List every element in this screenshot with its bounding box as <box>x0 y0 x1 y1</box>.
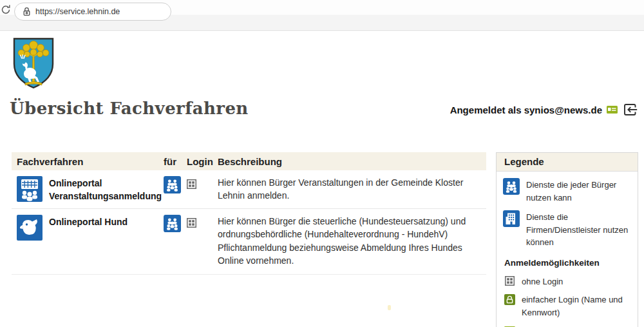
legend-item-companies: Dienste die Firmen/Dienstleister nutzen … <box>503 210 631 249</box>
address-bar[interactable]: https://service.lehnin.de <box>14 3 171 21</box>
legend-item-einfacher-login: einfacher Login (Name und Kennwort) <box>503 293 631 319</box>
page-title: Übersicht Fachverfahren <box>10 99 249 118</box>
simple-login-lock-icon <box>504 294 515 305</box>
companies-building-icon <box>503 210 520 227</box>
no-login-grid-icon <box>187 179 196 189</box>
url-text[interactable]: https://service.lehnin.de <box>35 7 120 16</box>
login-status: Angemeldet als synios@news.de <box>450 102 638 117</box>
col-login: Login <box>182 156 213 167</box>
legend-item-ohne-login: ohne Login <box>503 275 631 288</box>
table-bottom-rule <box>12 274 486 275</box>
no-login-grid-icon <box>187 218 196 228</box>
legend-item-label: ohne Login <box>522 275 563 288</box>
citizens-group-icon <box>164 176 181 193</box>
services-table: Fachverfahren für Login Beschreibung <box>12 152 486 275</box>
legend-item-personalausweis: elektronischer Personalausweis <box>503 324 631 327</box>
logout-icon[interactable] <box>622 102 638 117</box>
service-title[interactable]: Onlineportal Hund <box>49 215 128 229</box>
service-description: Hier können Bürger die steuerliche (Hund… <box>213 209 486 273</box>
dog-icon <box>17 215 43 241</box>
col-fuer: für <box>158 156 182 167</box>
no-login-grid-icon <box>504 276 515 286</box>
legend-item-citizens: Dienste die jeder Bürger nutzen kann <box>503 178 631 204</box>
browser-toolbar: https://service.lehnin.de <box>0 0 644 31</box>
legend-login-heading: Anmeldemöglichkeiten <box>504 258 631 268</box>
legend-item-label: einfacher Login (Name und Kennwort) <box>522 293 631 319</box>
logged-in-text: Angemeldet als synios@news.de <box>450 104 602 115</box>
table-header-row: Fachverfahren für Login Beschreibung <box>12 152 486 170</box>
table-row-onlineportal-hund[interactable]: Onlineportal Hund <box>12 208 486 273</box>
kloster-lehnin-coat-of-arms <box>12 37 55 90</box>
legend-panel: Legende Dienste die jeder Bürger nutzen … <box>496 152 638 327</box>
service-title[interactable]: Onlineportal Veranstaltungsanmeldung <box>49 176 162 203</box>
legend-item-label: elektronischer Personalausweis <box>522 324 631 327</box>
col-beschreibung: Beschreibung <box>213 156 486 167</box>
legend-item-label: Dienste die Firmen/Dienstleister nutzen … <box>526 210 631 249</box>
event-registration-icon <box>17 176 43 202</box>
service-description: Hier können Bürger Veranstaltungen in de… <box>213 170 486 208</box>
legend-item-label: Dienste die jeder Bürger nutzen kann <box>526 178 631 204</box>
col-fachverfahren: Fachverfahren <box>12 156 158 167</box>
citizens-group-icon <box>503 178 520 195</box>
refresh-icon[interactable] <box>0 3 12 16</box>
render-artifact-dot <box>388 305 391 310</box>
service-portal-window: https://service.lehnin.de Übersicht Fach… <box>0 0 644 327</box>
citizens-group-icon <box>164 215 181 232</box>
eid-card-icon <box>607 106 618 114</box>
site-security-lock-icon[interactable] <box>23 6 31 17</box>
legend-title: Legende <box>497 153 638 172</box>
table-row-veranstaltungsanmeldung[interactable]: Onlineportal Veranstaltungsanmeldung <box>12 170 486 208</box>
